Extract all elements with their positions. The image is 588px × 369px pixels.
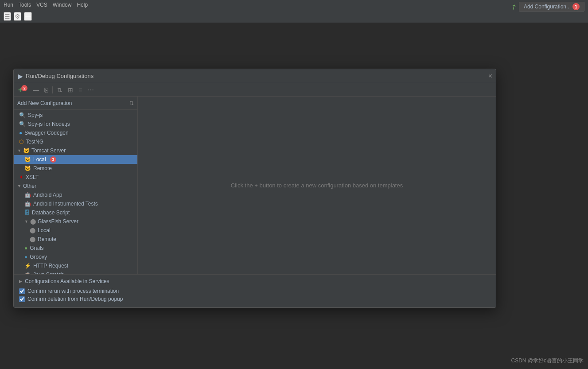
left-panel-header: Add New Configuration ⇅ [14, 97, 137, 110]
dialog-title-icon: ▶ [18, 73, 23, 80]
android-app-icon: 🤖 [24, 192, 31, 198]
grails-icon: ● [24, 245, 27, 251]
list-item-tomcat-local[interactable]: 🐱 Local 3 [14, 155, 137, 164]
glassfish-chevron: ▼ [24, 219, 28, 224]
toolbar-badge: 2 [21, 85, 27, 91]
confirm-rerun-checkbox[interactable] [19, 288, 25, 294]
toolbar: ☰ ⚙ — [0, 10, 588, 23]
list-item-glassfish-local[interactable]: ⬤ Local [14, 226, 137, 235]
remove-config-button[interactable]: — [31, 85, 41, 94]
list-item-tomcat-remote[interactable]: 🐱 Remote [14, 164, 137, 173]
confirm-deletion-label: Confirm deletion from Run/Debug popup [27, 296, 123, 302]
add-config-toolbar-button[interactable]: + 2 [16, 85, 29, 95]
glassfish-icon: ⬤ [30, 218, 36, 225]
dialog-toolbar: + 2 — ⎘ ⇅ ⊞ ≡ ⋯ [14, 83, 496, 97]
group-button[interactable]: ⊞ [66, 85, 75, 94]
configs-available-label: Configurations Available in Services [25, 278, 109, 284]
confirm-rerun-label: Confirm rerun with process termination [27, 288, 119, 294]
other-chevron: ▼ [17, 184, 21, 188]
list-item-swagger[interactable]: ● Swagger Codegen [14, 128, 137, 137]
section-tomcat-server[interactable]: ▼ 🐱 Tomcat Server [14, 146, 137, 155]
confirm-deletion-checkbox[interactable] [19, 296, 25, 302]
list-item-grails[interactable]: ● Grails [14, 244, 137, 252]
dialog-close-button[interactable]: × [488, 73, 492, 80]
tomcat-chevron: ▼ [17, 148, 21, 153]
right-panel-hint: Click the + button to create a new confi… [138, 97, 496, 274]
run-icon: ↗ [509, 2, 518, 12]
spy-js-node-icon: 🔍 [19, 121, 26, 127]
dialog-title-bar: ▶ Run/Debug Configurations × [14, 69, 496, 83]
left-panel-list: 🔍 Spy-js 🔍 Spy-js for Node.js ● Swagger … [14, 110, 137, 274]
toolbar-separator-1 [52, 86, 53, 93]
menu-bar: Run Tools VCS Window Help [0, 0, 588, 10]
glassfish-local-icon: ⬤ [30, 227, 35, 233]
toolbar-minimize-icon[interactable]: — [24, 12, 32, 21]
tomcat-local-icon: 🐱 [24, 156, 31, 163]
list-item-database-script[interactable]: 🗄 Database Script [14, 208, 137, 217]
toolbar-menu-icon[interactable]: ☰ [4, 12, 11, 21]
checkbox-row-2: Confirm deletion from Run/Debug popup [19, 296, 491, 302]
tomcat-local-badge: 3 [50, 156, 56, 163]
menu-window[interactable]: Window [53, 2, 72, 8]
right-panel: Click the + button to create a new confi… [138, 97, 496, 274]
toolbar-settings-icon[interactable]: ⚙ [14, 12, 21, 21]
add-configuration-button[interactable]: Add Configuration... 1 [519, 2, 584, 12]
groovy-icon: ● [24, 254, 27, 260]
list-item-groovy[interactable]: ● Groovy [14, 252, 137, 261]
list-item-android-app[interactable]: 🤖 Android App [14, 190, 137, 199]
checkbox-row-1: Confirm rerun with process termination [19, 288, 491, 294]
testng-icon: ⬡ [19, 139, 23, 145]
menu-run[interactable]: Run [4, 2, 13, 8]
left-panel-sort-icon[interactable]: ⇅ [129, 100, 134, 106]
configs-available-chevron: ▶ [19, 279, 22, 284]
left-panel-title: Add New Configuration [17, 100, 72, 106]
more-button[interactable]: ⋯ [86, 85, 96, 94]
section-glassfish[interactable]: ▼ ⬤ GlassFish Server [14, 217, 137, 226]
left-panel: Add New Configuration ⇅ 🔍 Spy-js 🔍 Spy-j… [14, 97, 138, 274]
android-instrumented-icon: 🤖 [24, 201, 31, 207]
tomcat-remote-icon: 🐱 [24, 165, 31, 171]
dialog-bottom: ▶ Configurations Available in Services C… [14, 274, 496, 307]
csdn-watermark: CSDN @学好c语言的小王同学 [511, 357, 584, 365]
list-item-testng[interactable]: ⬡ TestNG [14, 137, 137, 146]
list-item-xslt[interactable]: ✦ XSLT [14, 173, 137, 182]
list-item-spy-js[interactable]: 🔍 Spy-js [14, 111, 137, 120]
list-item-spy-js-node[interactable]: 🔍 Spy-js for Node.js [14, 120, 137, 128]
config-badge: 1 [572, 3, 580, 10]
copy-config-button[interactable]: ⎘ [43, 85, 50, 94]
dialog-title: Run/Debug Configurations [26, 73, 93, 79]
list-item-glassfish-remote[interactable]: ⬤ Remote [14, 235, 137, 244]
dialog-body: Add New Configuration ⇅ 🔍 Spy-js 🔍 Spy-j… [14, 97, 496, 274]
configs-available-row[interactable]: ▶ Configurations Available in Services [19, 278, 491, 284]
list-item-java-scratch[interactable]: ☕ Java Scratch [14, 270, 137, 274]
spy-js-icon: 🔍 [19, 112, 26, 118]
top-right-area: ↗ Add Configuration... 1 [510, 2, 584, 12]
settings-button[interactable]: ≡ [77, 85, 84, 94]
tomcat-icon: 🐱 [23, 148, 30, 154]
menu-tools[interactable]: Tools [19, 2, 31, 8]
run-debug-dialog: ▶ Run/Debug Configurations × + 2 — ⎘ ⇅ ⊞… [13, 69, 496, 308]
sort-button[interactable]: ⇅ [55, 85, 64, 94]
xslt-icon: ✦ [19, 174, 23, 180]
menu-vcs[interactable]: VCS [36, 2, 47, 8]
database-script-icon: 🗄 [24, 210, 30, 216]
section-other[interactable]: ▼ Other [14, 182, 137, 190]
swagger-icon: ● [19, 130, 22, 136]
list-item-android-instrumented[interactable]: 🤖 Android Instrumented Tests [14, 199, 137, 208]
http-request-icon: ⚡ [24, 263, 31, 269]
glassfish-remote-icon: ⬤ [30, 236, 35, 242]
list-item-http-request[interactable]: ⚡ HTTP Request [14, 261, 137, 270]
menu-help[interactable]: Help [77, 2, 88, 8]
